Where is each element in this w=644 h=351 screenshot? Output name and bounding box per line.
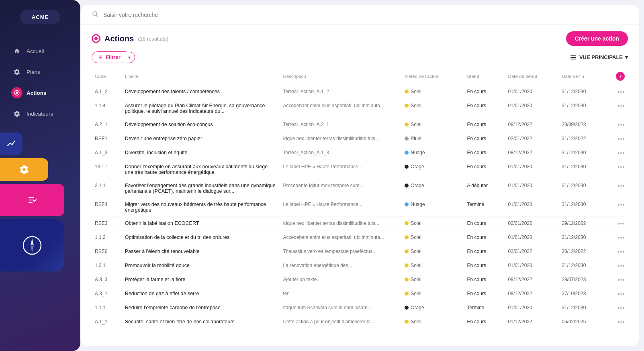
cell-date-debut: 08/12/2022 bbox=[505, 118, 559, 132]
cell-row-actions[interactable]: ••• bbox=[605, 231, 628, 245]
settings-widget[interactable] bbox=[0, 158, 48, 181]
actions-header: Actions (18 résultats) Créer une action bbox=[80, 25, 639, 49]
cell-date-debut: 01/01/2020 bbox=[505, 85, 559, 99]
checklist-widget[interactable] bbox=[0, 184, 64, 216]
cell-libelle: Assurer le pilotage du Plan Climat Air E… bbox=[122, 99, 280, 118]
cell-meteo: Pluie bbox=[401, 132, 464, 146]
cell-date-fin: 29/12/2022 bbox=[558, 217, 605, 231]
sidebar-item-plans[interactable]: Plans bbox=[6, 62, 75, 82]
filter-button[interactable]: Filtrer bbox=[92, 51, 127, 63]
cell-meteo: Soleil bbox=[401, 315, 464, 329]
cell-statut: En cours bbox=[464, 118, 505, 132]
top-bar bbox=[80, 5, 639, 25]
table-row: 1.1.4 Assurer le pilotage du Plan Climat… bbox=[92, 99, 628, 118]
table-row: A.1_1 Sécurité, santé et bien-être de no… bbox=[92, 315, 628, 329]
search-input[interactable] bbox=[103, 12, 628, 18]
cell-date-fin: 31/12/2030 bbox=[558, 85, 605, 99]
filter-bar: Filtrer ▾ VUE PRINCIPALE ▾ bbox=[80, 49, 639, 69]
cell-statut: Terminé bbox=[464, 198, 505, 217]
table-row: A.3_3 Protéger la faune et la flore Ajou… bbox=[92, 273, 628, 287]
cell-row-actions[interactable]: ••• bbox=[605, 287, 628, 301]
app-logo[interactable]: ACME bbox=[20, 10, 60, 24]
cell-libelle: Développement de solution éco-conçus bbox=[122, 118, 280, 132]
cell-row-actions[interactable]: ••• bbox=[605, 245, 628, 259]
cell-description: Le label HPE « Haute Performance... bbox=[280, 160, 401, 179]
cell-libelle: Devenir une entreprise zéro papier bbox=[122, 132, 280, 146]
cell-date-fin: 20/09/2023 bbox=[558, 118, 605, 132]
cell-row-actions[interactable]: ••• bbox=[605, 315, 628, 329]
cell-meteo: Soleil bbox=[401, 118, 464, 132]
home-icon bbox=[11, 45, 22, 57]
page-title: Actions bbox=[104, 34, 134, 43]
sidebar-item-accueil[interactable]: Accueil bbox=[6, 41, 75, 61]
cell-code: A.1_1 bbox=[92, 315, 122, 329]
col-date-fin: Date de fin bbox=[558, 69, 605, 85]
sidebar-item-indicateurs[interactable]: Indicateurs bbox=[6, 104, 75, 123]
col-meteo: Météo de l'action bbox=[401, 69, 464, 85]
cell-date-debut: 01/01/2020 bbox=[505, 301, 559, 315]
sidebar-item-actions[interactable]: Actions bbox=[6, 83, 75, 102]
cell-row-actions[interactable]: ••• bbox=[605, 160, 628, 179]
table-row: A.1_3 Diversité, inclusion et équité Ter… bbox=[92, 146, 628, 160]
cell-date-debut: 01/01/2020 bbox=[505, 198, 559, 217]
cell-row-actions[interactable]: ••• bbox=[605, 198, 628, 217]
table-row: RSE3 Obtenir la labélisation ECOCERT Idq… bbox=[92, 217, 628, 231]
cell-row-actions[interactable]: ••• bbox=[605, 259, 628, 273]
cell-row-actions[interactable]: ••• bbox=[605, 118, 628, 132]
cell-row-actions[interactable]: ••• bbox=[605, 217, 628, 231]
vue-principale-button[interactable]: VUE PRINCIPALE ▾ bbox=[570, 54, 628, 60]
cell-date-debut: 08/12/2022 bbox=[505, 273, 559, 287]
cell-description: Thalassius vero ea tempestate praefectus… bbox=[280, 245, 401, 259]
cell-description: Terreal_Action_A.1_3 bbox=[280, 146, 401, 160]
add-column-button[interactable]: + bbox=[616, 72, 625, 81]
cell-code: 1.1.2 bbox=[92, 231, 122, 245]
cell-meteo: Soleil bbox=[401, 259, 464, 273]
cell-row-actions[interactable]: ••• bbox=[605, 85, 628, 99]
cell-statut: En cours bbox=[464, 245, 505, 259]
cell-meteo: Soleil bbox=[401, 245, 464, 259]
cell-meteo: Soleil bbox=[401, 287, 464, 301]
cell-row-actions[interactable]: ••• bbox=[605, 132, 628, 146]
cell-statut: En cours bbox=[464, 132, 505, 146]
cell-code: 1.1.4 bbox=[92, 99, 122, 118]
cell-date-fin: 31/12/2030 bbox=[558, 198, 605, 217]
cell-statut: En cours bbox=[464, 231, 505, 245]
actions-dot-icon bbox=[92, 34, 100, 43]
compass-widget[interactable] bbox=[0, 219, 64, 271]
cell-statut: A débuter bbox=[464, 179, 505, 198]
cell-description: Idque nec libenter terras dissimilitudin… bbox=[280, 217, 401, 231]
cell-libelle: Diversité, inclusion et équité bbox=[122, 146, 280, 160]
cell-date-debut: 01/01/2020 bbox=[505, 231, 559, 245]
cell-statut: En cours bbox=[464, 259, 505, 273]
cell-description: Procedente igitur mox tempore cum... bbox=[280, 179, 401, 198]
trend-widget[interactable] bbox=[0, 133, 22, 155]
cell-code: 13.1.1 bbox=[92, 160, 122, 179]
cell-meteo: Soleil bbox=[401, 99, 464, 118]
filter-dropdown-button[interactable]: ▾ bbox=[124, 52, 135, 63]
cell-libelle: Optimisation de la collecte et du tri de… bbox=[122, 231, 280, 245]
cell-row-actions[interactable]: ••• bbox=[605, 179, 628, 198]
cell-code: RSE1 bbox=[92, 132, 122, 146]
actions-table: Code Libellé Description Météo de l'acti… bbox=[92, 69, 628, 329]
cell-date-debut: 01/01/2020 bbox=[505, 259, 559, 273]
svg-rect-2 bbox=[29, 202, 33, 203]
cell-code: A.3_1 bbox=[92, 287, 122, 301]
cell-row-actions[interactable]: ••• bbox=[605, 273, 628, 287]
main-content: Actions (18 résultats) Créer une action … bbox=[80, 5, 639, 346]
search-icon bbox=[92, 10, 98, 19]
cell-code: A.2_1 bbox=[92, 118, 122, 132]
table-row: RSE1 Devenir une entreprise zéro papier … bbox=[92, 132, 628, 146]
cell-row-actions[interactable]: ••• bbox=[605, 99, 628, 118]
cell-description: ter bbox=[280, 287, 401, 301]
cell-row-actions[interactable]: ••• bbox=[605, 301, 628, 315]
cell-row-actions[interactable]: ••• bbox=[605, 146, 628, 160]
actions-count: (18 résultats) bbox=[138, 36, 168, 42]
cell-meteo: Orage bbox=[401, 160, 464, 179]
cell-meteo: Orage bbox=[401, 179, 464, 198]
cell-meteo: Soleil bbox=[401, 217, 464, 231]
cell-code: 2.1.1 bbox=[92, 179, 122, 198]
cell-date-debut: 02/01/2022 bbox=[505, 217, 559, 231]
cell-date-fin: 31/12/2030 bbox=[558, 179, 605, 198]
create-action-button[interactable]: Créer une action bbox=[566, 31, 628, 46]
col-add[interactable]: + bbox=[605, 69, 628, 85]
